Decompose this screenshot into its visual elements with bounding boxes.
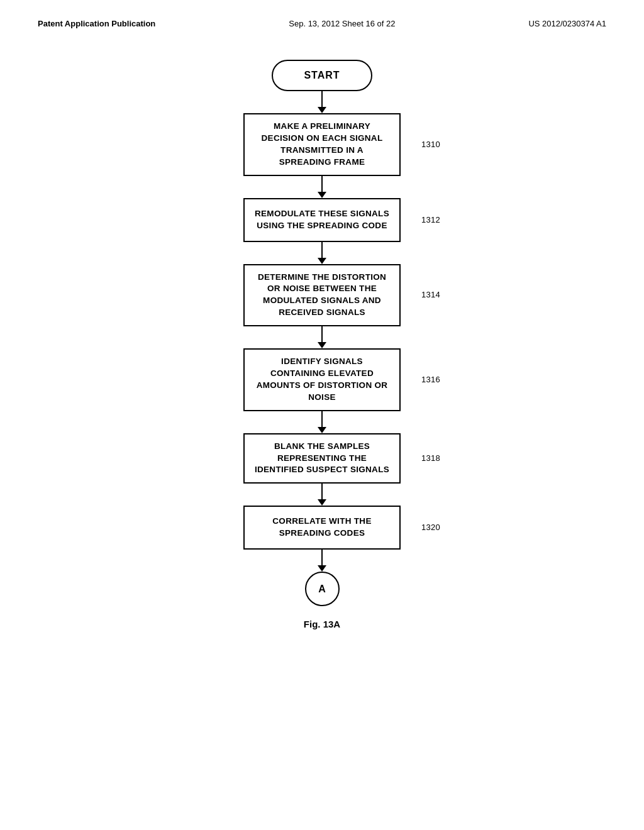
box-wrapper-1320: CORRELATE WITH THE SPREADING CODES 1320: [243, 506, 401, 550]
arrow-head-4: [318, 342, 326, 348]
figure-caption: Fig. 13A: [304, 619, 340, 629]
arrow-line-5: [321, 411, 323, 427]
connector-a-label: A: [318, 584, 326, 595]
arrow-2: [318, 176, 326, 198]
page-header: Patent Application Publication Sep. 13, …: [38, 19, 606, 28]
box-1318-label: 1318: [421, 453, 440, 464]
box-1316-label: 1316: [421, 374, 440, 385]
box-1320-label: 1320: [421, 522, 440, 533]
box-wrapper-1318: BLANK THE SAMPLES REPRESENTING THE IDENT…: [243, 433, 401, 484]
arrow-line-7: [321, 550, 323, 565]
header-center: Sep. 13, 2012 Sheet 16 of 22: [289, 19, 395, 28]
box-1310-label: 1310: [421, 139, 440, 150]
box-1312-label: 1312: [421, 214, 440, 225]
connector-a: A: [305, 572, 340, 606]
arrow-5: [318, 411, 326, 433]
box-1310: MAKE A PRELIMINARY DECISION ON EACH SIGN…: [243, 113, 401, 176]
arrow-head: [318, 107, 326, 113]
arrow-head-6: [318, 499, 326, 506]
header-left: Patent Application Publication: [38, 19, 155, 28]
box-wrapper-1316: IDENTIFY SIGNALS CONTAINING ELEVATED AMO…: [243, 348, 401, 411]
box-1312: REMODULATE THESE SIGNALS USING THE SPREA…: [243, 198, 401, 242]
arrow-head-2: [318, 192, 326, 198]
box-1320: CORRELATE WITH THE SPREADING CODES 1320: [243, 506, 401, 550]
box-1312-text: REMODULATE THESE SIGNALS USING THE SPREA…: [254, 208, 390, 232]
arrow-3: [318, 242, 326, 264]
box-1316-text: IDENTIFY SIGNALS CONTAINING ELEVATED AMO…: [254, 356, 390, 404]
arrow-head-3: [318, 258, 326, 264]
arrow-line: [321, 91, 323, 107]
arrow-1: [318, 91, 326, 113]
start-shape: START: [272, 60, 372, 91]
box-1318: BLANK THE SAMPLES REPRESENTING THE IDENT…: [243, 433, 401, 484]
box-wrapper-1310: MAKE A PRELIMINARY DECISION ON EACH SIGN…: [243, 113, 401, 176]
arrow-head-5: [318, 427, 326, 433]
box-1316: IDENTIFY SIGNALS CONTAINING ELEVATED AMO…: [243, 348, 401, 411]
arrow-7: [318, 550, 326, 572]
box-wrapper-1312: REMODULATE THESE SIGNALS USING THE SPREA…: [243, 198, 401, 242]
box-1314: DETERMINE THE DISTORTION OR NOISE BETWEE…: [243, 264, 401, 327]
box-1314-text: DETERMINE THE DISTORTION OR NOISE BETWEE…: [254, 272, 390, 319]
start-label: START: [304, 70, 340, 81]
arrow-4: [318, 326, 326, 348]
arrow-6: [318, 484, 326, 506]
arrow-line-2: [321, 176, 323, 192]
arrow-line-3: [321, 242, 323, 258]
header-right: US 2012/0230374 A1: [528, 19, 606, 28]
page: Patent Application Publication Sep. 13, …: [0, 0, 644, 830]
box-1314-label: 1314: [421, 289, 440, 301]
arrow-line-4: [321, 326, 323, 342]
box-1318-text: BLANK THE SAMPLES REPRESENTING THE IDENT…: [254, 441, 390, 477]
box-1320-text: CORRELATE WITH THE SPREADING CODES: [254, 516, 390, 540]
box-wrapper-1314: DETERMINE THE DISTORTION OR NOISE BETWEE…: [243, 264, 401, 327]
flowchart-diagram: START MAKE A PRELIMINARY DECISION ON EAC…: [38, 60, 606, 629]
arrow-head-7: [318, 565, 326, 572]
arrow-line-6: [321, 484, 323, 499]
box-1310-text: MAKE A PRELIMINARY DECISION ON EACH SIGN…: [254, 121, 390, 169]
